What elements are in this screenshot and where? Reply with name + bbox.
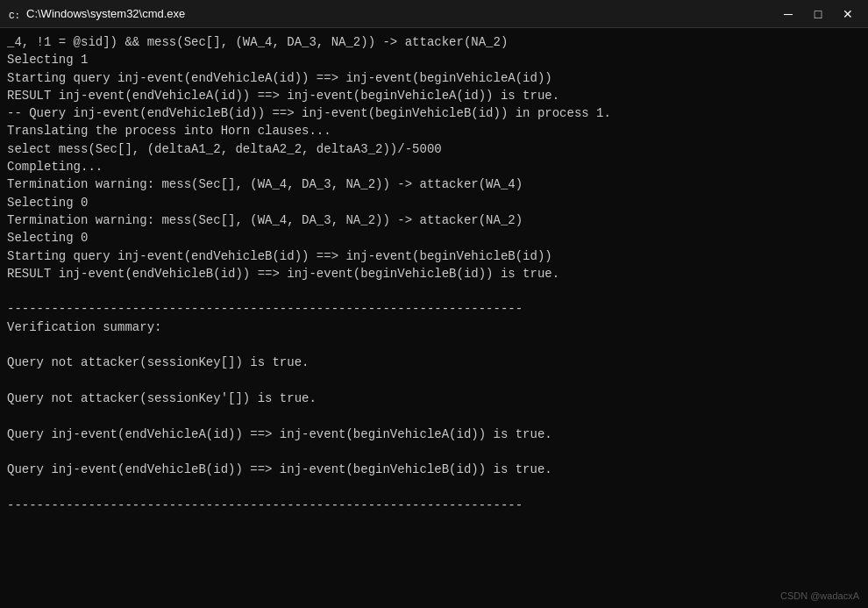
maximize-button[interactable]: □ (805, 4, 831, 25)
console-output: _4, !1 = @sid]) && mess(Sec[], (WA_4, DA… (0, 28, 868, 608)
close-button[interactable]: ✕ (835, 4, 861, 25)
title-bar: C:\ C:\Windows\system32\cmd.exe ─ □ ✕ (0, 0, 868, 28)
svg-text:C:\: C:\ (9, 11, 21, 21)
cmd-icon: C:\ (7, 7, 21, 21)
window-title: C:\Windows\system32\cmd.exe (26, 7, 185, 20)
watermark: CSDN @wadacxA (780, 590, 859, 601)
minimize-button[interactable]: ─ (775, 4, 801, 25)
window-controls: ─ □ ✕ (775, 4, 861, 25)
title-bar-left: C:\ C:\Windows\system32\cmd.exe (7, 7, 185, 21)
